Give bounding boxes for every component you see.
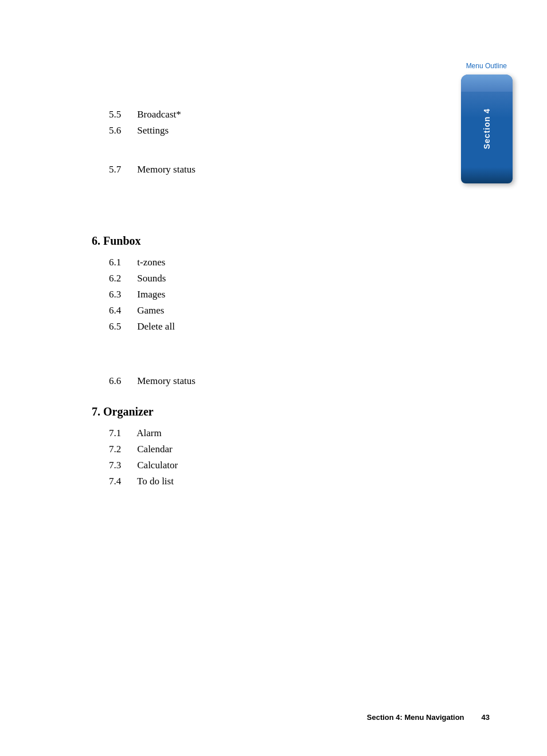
list-item: 6.3 Images — [92, 288, 490, 301]
item-label: To do list — [137, 476, 174, 487]
list-item: 5.6 Settings — [92, 124, 490, 138]
item-number: 6.6 — [109, 374, 135, 388]
list-item: 7.1 Alarm — [92, 426, 490, 440]
section-heading-6: 6. Funbox — [92, 234, 490, 248]
item-label: Images — [137, 289, 165, 300]
item-label: Alarm — [136, 428, 161, 438]
list-item: 7.2 Calendar — [92, 442, 490, 456]
item-number: 5.7 — [109, 163, 135, 177]
item-number: 6.2 — [109, 272, 135, 285]
list-item: 7.4 To do list — [92, 475, 490, 488]
item-number: 6.1 — [109, 256, 135, 269]
list-item: 7.3 Calculator — [92, 459, 490, 472]
item-label: Games — [137, 305, 164, 316]
item-number: 7.2 — [109, 442, 135, 456]
spacer-4 — [92, 335, 490, 358]
footer-section-label: Section 4: Menu Navigation — [367, 713, 464, 722]
list-item: 6.2 Sounds — [92, 272, 490, 285]
item-label: Settings — [137, 125, 169, 136]
list-item: 5.7 Memory status — [92, 163, 490, 177]
item-label: Broadcast* — [137, 109, 181, 120]
item-number: 7.3 — [109, 459, 135, 472]
item-number: 6.3 — [109, 288, 135, 301]
list-item: 6.1 t-zones — [92, 256, 490, 269]
page-footer: Section 4: Menu Navigation 43 — [0, 713, 547, 722]
section-tab: Section 4 — [461, 75, 513, 183]
item-label: Delete all — [137, 321, 175, 332]
content-area: 5.5 Broadcast* 5.6 Settings 5.7 Memory s… — [92, 92, 490, 488]
item-label: Memory status — [137, 375, 196, 386]
item-label: t-zones — [137, 257, 165, 268]
item-number: 7.4 — [109, 475, 135, 488]
item-number: 5.6 — [109, 124, 135, 138]
list-item: 6.4 Games — [92, 304, 490, 318]
list-item: 6.6 Memory status — [92, 374, 490, 388]
section-heading-7: 7. Organizer — [92, 405, 490, 418]
spacer-top — [92, 92, 490, 108]
page-container: Menu Outline Section 4 5.5 Broadcast* 5.… — [0, 0, 547, 756]
list-item: 5.5 Broadcast* — [92, 108, 490, 122]
spacer-5 — [92, 358, 490, 374]
list-item: 6.5 Delete all — [92, 320, 490, 334]
spacer-1 — [92, 140, 490, 163]
section-tab-text: Section 4 — [482, 108, 491, 149]
item-label: Calendar — [137, 444, 172, 455]
item-number: 7.1 — [109, 426, 135, 440]
spacer-3 — [92, 201, 490, 217]
item-label: Sounds — [137, 273, 166, 284]
spacer-2 — [92, 178, 490, 201]
item-number: 6.4 — [109, 304, 135, 318]
item-label: Calculator — [137, 460, 178, 471]
item-number: 6.5 — [109, 320, 135, 334]
section-tab-body: Section 4 — [461, 75, 513, 183]
footer-page-number: 43 — [482, 713, 490, 722]
item-label: Memory status — [137, 164, 196, 175]
item-number: 5.5 — [109, 108, 135, 122]
menu-outline-label: Menu Outline — [466, 62, 507, 70]
